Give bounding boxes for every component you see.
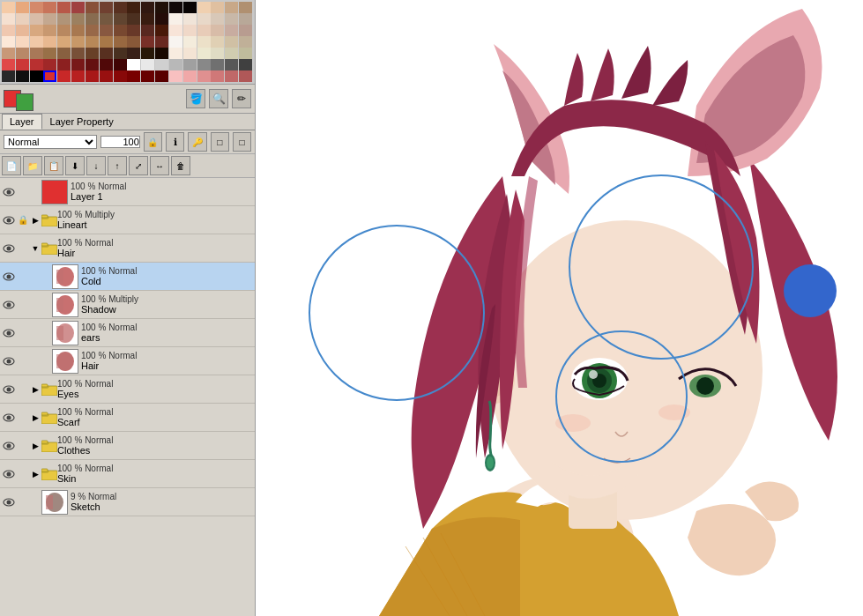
swatch-cell[interactable]	[155, 48, 168, 59]
swatch-cell[interactable]	[169, 2, 182, 13]
swatch-cell[interactable]	[141, 48, 154, 59]
swatch-cell[interactable]	[43, 13, 56, 25]
swatch-cell[interactable]	[16, 25, 29, 36]
layer-lock-icon[interactable]	[17, 299, 29, 311]
swatch-cell[interactable]	[211, 2, 224, 13]
layer-eye-icon[interactable]	[2, 467, 16, 481]
swatch-cell[interactable]	[114, 13, 127, 25]
swatch-cell[interactable]	[169, 25, 182, 36]
swatch-cell[interactable]	[155, 36, 168, 48]
merge-icon[interactable]: ⬇	[65, 156, 85, 175]
key-icon[interactable]: 🔑	[188, 132, 206, 152]
swatch-cell[interactable]	[169, 59, 182, 71]
swatch-cell[interactable]	[86, 48, 99, 59]
lock-icon[interactable]: 🔒	[144, 132, 162, 152]
swatch-cell[interactable]	[211, 36, 224, 48]
swatch-cell[interactable]	[16, 2, 29, 13]
swatch-cell[interactable]	[127, 13, 140, 25]
layer-lock-icon[interactable]	[17, 186, 29, 198]
info-icon[interactable]: ℹ	[166, 132, 184, 152]
layer-expand-icon[interactable]: ▶	[29, 468, 41, 480]
layer-eye-icon[interactable]	[2, 495, 16, 509]
new-folder-icon[interactable]: 📁	[23, 156, 42, 175]
swatch-cell[interactable]	[225, 25, 238, 36]
layer-item-ears[interactable]: 100 % Normalears	[0, 319, 255, 347]
swatch-cell[interactable]	[239, 13, 252, 25]
swatch-cell[interactable]	[197, 2, 211, 13]
swatch-cell[interactable]	[100, 25, 113, 36]
layer-lock-icon[interactable]	[17, 412, 29, 424]
swatch-cell[interactable]	[57, 25, 71, 36]
swatch-cell[interactable]	[114, 59, 127, 71]
swatch-cell[interactable]	[141, 2, 154, 13]
swatch-cell[interactable]	[155, 2, 168, 13]
swatch-cell[interactable]	[57, 71, 71, 82]
swatch-cell[interactable]	[30, 13, 43, 25]
swatch-cell[interactable]	[100, 36, 113, 48]
swatch-cell[interactable]	[197, 71, 211, 82]
swatch-cell[interactable]	[30, 71, 43, 82]
swatch-cell[interactable]	[183, 71, 197, 82]
swatch-cell[interactable]	[100, 13, 113, 25]
swatch-cell[interactable]	[2, 59, 15, 71]
layer-eye-icon[interactable]	[2, 298, 16, 312]
swatch-cell[interactable]	[71, 48, 85, 59]
swatch-cell[interactable]	[197, 25, 211, 36]
swatch-cell[interactable]	[211, 71, 224, 82]
swatch-cell[interactable]	[211, 25, 224, 36]
swatch-cell[interactable]	[211, 48, 224, 59]
swatch-cell[interactable]	[141, 25, 154, 36]
swatch-cell[interactable]	[127, 48, 140, 59]
move-up-icon[interactable]: ↑	[108, 156, 127, 175]
swatch-cell[interactable]	[71, 25, 85, 36]
layer-eye-icon[interactable]	[2, 326, 16, 340]
bucket-icon[interactable]: 🪣	[186, 89, 205, 108]
swatch-cell[interactable]	[183, 59, 197, 71]
swatch-cell[interactable]	[57, 2, 71, 13]
layer-eye-icon[interactable]	[2, 354, 16, 368]
swatch-cell[interactable]	[225, 36, 238, 48]
canvas-area[interactable]	[256, 0, 863, 616]
swatch-cell[interactable]	[169, 13, 182, 25]
swatch-cell[interactable]	[43, 25, 56, 36]
move-down-icon[interactable]: ↓	[86, 156, 106, 175]
swatch-cell[interactable]	[2, 13, 15, 25]
blend-mode-select[interactable]: Normal Multiply Screen Overlay Luminosit…	[4, 135, 97, 149]
swatch-cell[interactable]	[86, 59, 99, 71]
layer-item-shadow[interactable]: 100 % MultiplyShadow	[0, 291, 255, 319]
swatch-cell[interactable]	[86, 71, 99, 82]
layer-lock-icon[interactable]	[17, 440, 29, 452]
flip-icon[interactable]: ↔	[150, 156, 169, 175]
swatch-cell[interactable]	[155, 13, 168, 25]
swatch-cell[interactable]	[114, 71, 127, 82]
swatch-cell[interactable]	[239, 36, 252, 48]
swatch-cell[interactable]	[57, 36, 71, 48]
layer-eye-icon[interactable]	[2, 439, 16, 453]
layer-item-clothes-group[interactable]: ▶100 % NormalClothes	[0, 432, 255, 460]
swatch-cell[interactable]	[57, 48, 71, 59]
swatch-cell[interactable]	[43, 2, 56, 13]
layer-lock-icon[interactable]	[17, 242, 29, 255]
swatch-cell[interactable]	[127, 2, 140, 13]
swatch-cell[interactable]	[114, 25, 127, 36]
layer-lock-icon[interactable]: 🔒	[17, 214, 29, 226]
swatch-cell[interactable]	[57, 59, 71, 71]
swatch-cell[interactable]	[30, 2, 43, 13]
swatch-cell[interactable]	[141, 59, 154, 71]
layer-item-cold[interactable]: 100 % NormalCold	[0, 263, 255, 291]
layer-eye-icon[interactable]	[2, 411, 16, 425]
tab-layer[interactable]: Layer	[2, 114, 42, 130]
swatch-cell[interactable]	[100, 48, 113, 59]
swatch-cell[interactable]	[225, 59, 238, 71]
swatch-cell[interactable]	[225, 48, 238, 59]
swatch-cell[interactable]	[114, 2, 127, 13]
layer-expand-icon[interactable]	[29, 496, 41, 508]
swatch-cell[interactable]	[155, 59, 168, 71]
layer-item-hair[interactable]: 100 % NormalHair	[0, 347, 255, 375]
layer-expand-icon[interactable]	[29, 186, 41, 198]
layer-lock-icon[interactable]	[17, 327, 29, 339]
swatch-cell[interactable]	[239, 48, 252, 59]
swatch-cell[interactable]	[169, 36, 182, 48]
swatch-cell[interactable]	[141, 13, 154, 25]
layer-eye-icon[interactable]	[2, 185, 16, 199]
